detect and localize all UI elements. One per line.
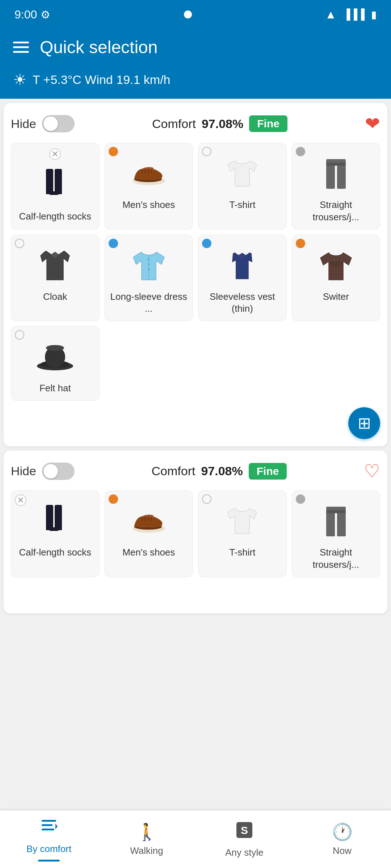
svg-rect-14 — [326, 163, 346, 166]
svg-line-9 — [148, 169, 148, 173]
svg-rect-31 — [50, 527, 55, 531]
item-label-mens-shoes-2: Men's shoes — [122, 546, 175, 559]
hide-label-1: Hide — [11, 117, 36, 131]
comfort-value-1: 97.08% — [202, 117, 243, 131]
walking-icon: 🚶 — [136, 822, 157, 842]
svg-rect-42 — [42, 824, 52, 826]
item-label-vest-1: Sleeveless vest (thin) — [202, 291, 283, 315]
item-mens-shoes-2[interactable]: Men's shoes — [105, 490, 193, 577]
outfit-section-2: Hide Comfort 97.08% Fine ♡ ✕ — [4, 451, 387, 613]
hide-row-1: Hide — [11, 115, 75, 132]
hide-row-2: Hide — [11, 463, 75, 480]
now-label: Now — [333, 845, 352, 856]
item-dot-blue-1 — [109, 239, 118, 248]
item-trousers-2[interactable]: Straight trousers/j... — [292, 490, 381, 577]
item-cloak-1[interactable]: Cloak — [11, 235, 100, 322]
item-calf-socks-2[interactable]: ✕ Calf-length socks — [11, 490, 100, 577]
item-tshirt-2[interactable]: T-shirt — [198, 490, 287, 577]
any-style-icon: S — [235, 821, 254, 843]
item-image-trousers-2 — [314, 499, 358, 543]
item-mens-shoes-1[interactable]: Men's shoes — [105, 143, 193, 230]
svg-line-35 — [148, 516, 148, 521]
comfort-area-2: Comfort 97.08% Fine — [152, 463, 287, 480]
item-image-socks-2 — [33, 499, 77, 543]
favorite-button-2[interactable]: ♡ — [364, 461, 380, 482]
home-button[interactable] — [184, 10, 192, 18]
nav-any-style[interactable]: S Any style — [196, 810, 293, 868]
svg-rect-0 — [46, 169, 53, 189]
svg-text:S: S — [241, 824, 248, 836]
nav-active-indicator — [38, 860, 60, 861]
item-image-cloak-1 — [33, 244, 77, 287]
weather-bar: ☀ T +5.3°C Wind 19.1 km/h — [0, 65, 391, 99]
item-dot-blue-2 — [202, 239, 211, 248]
item-label-mens-shoes-1: Men's shoes — [122, 199, 175, 211]
item-dot-gray-2 — [296, 494, 305, 504]
sun-icon: ☀ — [13, 71, 27, 89]
item-tshirt-1[interactable]: T-shirt — [198, 143, 287, 230]
action-btn-row-1: ⊞ — [11, 407, 380, 439]
hide-toggle-2[interactable] — [42, 463, 75, 480]
section-2-bottom-space — [11, 577, 380, 606]
nav-by-comfort[interactable]: By comfort — [0, 810, 98, 868]
svg-rect-12 — [326, 163, 335, 189]
item-label-tshirt-1: T-shirt — [229, 199, 255, 211]
svg-rect-40 — [326, 510, 346, 513]
fine-badge-2: Fine — [249, 463, 287, 480]
item-sweater-1[interactable]: Switer — [292, 235, 381, 322]
item-label-cloak-1: Cloak — [43, 291, 67, 303]
favorite-button-1[interactable]: ❤ — [365, 113, 380, 134]
svg-marker-44 — [55, 824, 58, 829]
svg-rect-41 — [42, 820, 56, 822]
item-dot-remove-1: ✕ — [49, 148, 61, 160]
comfort-value-2: 97.08% — [201, 464, 243, 478]
item-label-sweater-1: Switer — [323, 291, 349, 303]
item-label-trousers-1: Straight trousers/j... — [296, 199, 377, 224]
item-calf-socks-1[interactable]: ✕ Calf-length socks — [11, 143, 100, 230]
comfort-area-1: Comfort 97.08% Fine — [152, 115, 287, 132]
nav-now[interactable]: 🕐 Now — [293, 810, 391, 868]
item-label-trousers-2: Straight trousers/j... — [296, 546, 377, 571]
item-label-calf-socks-1: Calf-length socks — [19, 210, 91, 223]
svg-rect-27 — [55, 505, 62, 525]
item-felt-hat-1[interactable]: Felt hat — [11, 326, 100, 401]
bottom-spacer — [0, 618, 391, 683]
wifi-icon: ▲ — [325, 8, 337, 21]
svg-rect-43 — [42, 829, 54, 830]
signal-icon: ▐▐▐ — [343, 9, 365, 20]
status-bar: 9:00 ⚙ ▲ ▐▐▐ ▮ — [0, 0, 391, 29]
settings-icon: ⚙ — [41, 8, 50, 21]
weather-text: T +5.3°C Wind 19.1 km/h — [33, 73, 171, 87]
by-comfort-label: By comfort — [26, 843, 71, 855]
svg-rect-5 — [50, 191, 55, 195]
customize-icon-1: ⊞ — [358, 414, 371, 432]
item-image-vest-1 — [220, 244, 264, 287]
svg-rect-30 — [55, 524, 62, 530]
items-grid-2: ✕ Calf-length socks — [11, 490, 380, 577]
item-image-shoes-1 — [127, 152, 171, 195]
hide-label-2: Hide — [11, 464, 36, 478]
comfort-label-1: Comfort — [152, 117, 196, 131]
item-image-shoes-2 — [127, 499, 171, 543]
bottom-nav: By comfort 🚶 Walking S Any style 🕐 Now — [0, 810, 391, 868]
item-dot-empty-4 — [202, 494, 211, 504]
item-dress-shirt-1[interactable]: Long-sleeve dress ... — [105, 235, 193, 322]
item-image-dressshirt-1 — [127, 244, 171, 287]
item-vest-1[interactable]: Sleeveless vest (thin) — [198, 235, 287, 322]
now-icon: 🕐 — [332, 822, 353, 842]
menu-button[interactable] — [13, 42, 29, 53]
svg-rect-26 — [46, 505, 53, 525]
hide-toggle-1[interactable] — [42, 115, 75, 132]
page-title: Quick selection — [40, 37, 157, 57]
item-image-sweater-1 — [314, 244, 358, 287]
item-dot-orange-2 — [296, 239, 305, 248]
item-dot-orange-1 — [109, 147, 118, 156]
customize-button-1[interactable]: ⊞ — [348, 407, 380, 439]
nav-walking[interactable]: 🚶 Walking — [98, 810, 196, 868]
by-comfort-icon — [39, 817, 58, 840]
item-dot-gray-1 — [296, 147, 305, 156]
svg-rect-13 — [337, 163, 346, 189]
item-image-hat-1 — [33, 335, 77, 379]
item-trousers-1[interactable]: Straight trousers/j... — [292, 143, 381, 230]
section-header-2: Hide Comfort 97.08% Fine ♡ — [11, 461, 380, 482]
